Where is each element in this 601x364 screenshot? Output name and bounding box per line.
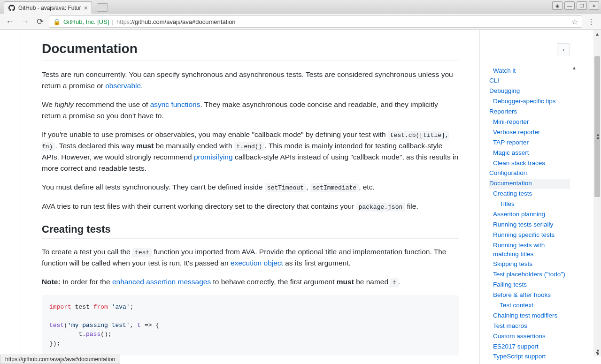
- toc-link[interactable]: Failing tests: [493, 281, 527, 288]
- reload-button[interactable]: ⟳: [34, 15, 46, 28]
- status-bar: https://github.com/avajs/ava#documentati…: [0, 355, 120, 364]
- toc-item[interactable]: TAP reporter: [489, 137, 570, 148]
- toc-item[interactable]: Debugging: [489, 86, 570, 97]
- scroll-thumb[interactable]: [594, 56, 600, 197]
- toc-item[interactable]: Titles: [489, 199, 570, 210]
- lock-icon: 🔒: [53, 18, 61, 25]
- link-promisifying[interactable]: promisifying: [194, 153, 233, 161]
- url-path: ://github.com/avajs/ava#documentation: [130, 18, 235, 25]
- url-input[interactable]: 🔒 GitHub, Inc. [US] | https ://github.co…: [49, 15, 582, 28]
- toc-item[interactable]: Documentation: [489, 179, 570, 189]
- toc-item[interactable]: Magic assert: [489, 148, 570, 158]
- link-async-functions[interactable]: async functions: [150, 100, 200, 108]
- toc-item[interactable]: ES2017 support: [489, 341, 570, 352]
- toc-item[interactable]: Running tests serially: [489, 220, 570, 230]
- heading-creating-tests: Creating tests: [42, 223, 459, 239]
- toc-link[interactable]: Verbose reporter: [493, 129, 540, 136]
- chevron-right-icon: ›: [562, 46, 565, 54]
- new-tab-button[interactable]: [97, 3, 108, 12]
- code-inline: package.json: [356, 203, 405, 212]
- toc-link[interactable]: Clean stack traces: [493, 159, 545, 167]
- toc-link[interactable]: Skipping tests: [493, 260, 532, 267]
- github-icon: [8, 4, 15, 12]
- toc-item[interactable]: Test macros: [489, 321, 570, 331]
- readme-content: Documentation Tests are run concurrently…: [21, 30, 480, 364]
- toc-link[interactable]: Mini-reporter: [493, 118, 529, 125]
- code-inline: setTimeout: [265, 183, 306, 192]
- toc-link[interactable]: Test placeholders ("todo"): [493, 271, 565, 278]
- scroll-up-icon[interactable]: ▲: [593, 30, 601, 38]
- toc-link[interactable]: Test macros: [493, 322, 527, 329]
- scroll-down-icon[interactable]: ▼: [593, 349, 601, 356]
- toc-link[interactable]: Before & after hooks: [493, 291, 551, 298]
- toc-item[interactable]: CLI: [489, 76, 570, 86]
- toc-link[interactable]: Debugging: [489, 87, 520, 94]
- toc-item[interactable]: Failing tests: [489, 280, 570, 290]
- toc-link[interactable]: Documentation: [489, 180, 532, 187]
- toc-link[interactable]: Configuration: [489, 169, 527, 176]
- toc-link[interactable]: Creating tests: [493, 190, 532, 197]
- toc-link[interactable]: Running specific tests: [493, 231, 555, 238]
- paragraph: Tests are run concurrently. You can spec…: [42, 69, 459, 91]
- toc-item[interactable]: Chaining test modifiers: [489, 311, 570, 321]
- vertical-scrollbar[interactable]: ▲ ▲▲ ▼▼ ▼: [593, 30, 601, 356]
- bookmark-icon[interactable]: ☆: [571, 17, 578, 26]
- toc-link[interactable]: Magic assert: [493, 149, 529, 156]
- toc-link[interactable]: Running tests with matching titles: [493, 242, 545, 258]
- toc-link[interactable]: Running tests serially: [493, 221, 553, 228]
- toc-item[interactable]: Before & after hooks: [489, 290, 570, 301]
- paragraph: AVA tries to run test files with their c…: [42, 201, 459, 212]
- heading-documentation: Documentation: [42, 41, 459, 61]
- tab-title: GitHub - avajs/ava: Futur: [18, 5, 81, 11]
- toc-item[interactable]: Assertion planning: [489, 209, 570, 220]
- toc-link[interactable]: TypeScript support: [493, 353, 546, 360]
- toc-link[interactable]: Assertion planning: [493, 211, 545, 218]
- toc-scroll-up-icon[interactable]: ▲: [572, 65, 577, 71]
- browser-menu-button[interactable]: ⋮: [585, 15, 597, 28]
- minimize-button[interactable]: —: [564, 1, 575, 10]
- back-button[interactable]: ←: [4, 15, 16, 28]
- toc-link[interactable]: CLI: [489, 77, 499, 84]
- link-enhanced-assertion[interactable]: enhanced assertion messages: [112, 278, 211, 286]
- toc-link[interactable]: Titles: [500, 200, 515, 207]
- window-controls: ◉ — ❐ ✕: [552, 1, 599, 10]
- toc-link[interactable]: Reporters: [489, 108, 517, 115]
- code-inline: t: [390, 278, 399, 287]
- toc-item[interactable]: Creating tests: [489, 189, 570, 199]
- link-execution-object[interactable]: execution object: [231, 259, 283, 267]
- toc-item[interactable]: Test placeholders ("todo"): [489, 270, 570, 280]
- toc-item[interactable]: TypeScript support: [489, 352, 570, 362]
- toc-item[interactable]: Transpiling imported modules: [489, 362, 570, 364]
- toc-item[interactable]: Custom assertions: [489, 331, 570, 341]
- toc-link[interactable]: Test context: [500, 302, 533, 309]
- toc-link[interactable]: Chaining test modifiers: [493, 312, 557, 319]
- toc-item[interactable]: Running tests with matching titles: [489, 240, 570, 259]
- maximize-button[interactable]: ❐: [577, 1, 587, 10]
- browser-tab[interactable]: GitHub - avajs/ava: Futur ×: [4, 1, 92, 14]
- toc-link[interactable]: Debugger-specific tips: [493, 98, 556, 105]
- link-observable[interactable]: observable: [105, 82, 141, 90]
- toc-item[interactable]: Mini-reporter: [489, 117, 570, 127]
- toc-link[interactable]: Watch it: [493, 67, 516, 74]
- scroll-page-up-icon[interactable]: ▲▲: [596, 133, 600, 139]
- code-inline: setImmediate: [310, 183, 359, 192]
- close-window-button[interactable]: ✕: [589, 1, 599, 10]
- toc-item[interactable]: Clean stack traces: [489, 158, 570, 168]
- titlebar: GitHub - avajs/ava: Futur × ◉ — ❐ ✕: [0, 0, 601, 13]
- toc-collapse-button[interactable]: ›: [557, 43, 570, 56]
- toc-item[interactable]: Reporters: [489, 107, 570, 117]
- toc-link[interactable]: TAP reporter: [493, 139, 529, 146]
- toc-item[interactable]: Running specific tests: [489, 230, 570, 240]
- toc-item[interactable]: Verbose reporter: [489, 127, 570, 137]
- toc-item[interactable]: Debugger-specific tips: [489, 97, 570, 107]
- toc-item[interactable]: Watch it: [489, 66, 570, 76]
- toc-item[interactable]: Configuration: [489, 168, 570, 179]
- toc-item[interactable]: Test context: [489, 300, 570, 311]
- user-icon[interactable]: ◉: [552, 1, 562, 10]
- toc-link[interactable]: Custom assertions: [493, 333, 546, 340]
- url-origin: GitHub, Inc. [US]: [63, 18, 109, 25]
- close-icon[interactable]: ×: [84, 4, 87, 12]
- toc-link[interactable]: ES2017 support: [493, 343, 539, 350]
- toc-item[interactable]: Skipping tests: [489, 259, 570, 270]
- paragraph: To create a test you call the test funct…: [42, 246, 459, 269]
